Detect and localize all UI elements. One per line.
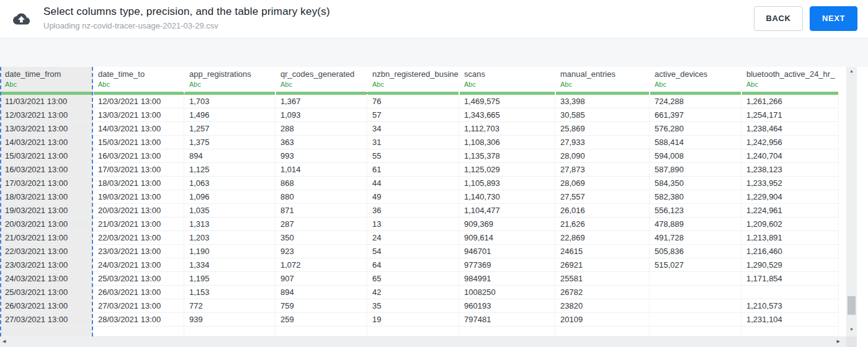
table-cell[interactable]: 19/03/2021 13:00 bbox=[0, 204, 93, 217]
table-cell[interactable]: 31 bbox=[367, 136, 459, 149]
table-cell[interactable]: 20109 bbox=[555, 313, 650, 327]
table-cell[interactable]: 42 bbox=[367, 286, 459, 299]
table-cell[interactable]: 363 bbox=[275, 136, 367, 149]
table-cell[interactable]: 19 bbox=[367, 313, 459, 327]
table-cell[interactable]: 26921 bbox=[555, 258, 650, 272]
scroll-left-icon[interactable]: ◀ bbox=[2, 339, 6, 344]
table-cell[interactable]: 661,397 bbox=[650, 108, 741, 122]
table-cell[interactable]: 1,209,602 bbox=[741, 217, 839, 231]
column-header-manual_entries[interactable]: manual_entriesAbc bbox=[555, 67, 650, 92]
table-cell[interactable]: 1,072 bbox=[275, 258, 367, 272]
table-cell[interactable]: 25/03/2021 13:00 bbox=[0, 286, 93, 299]
table-cell[interactable]: 909,369 bbox=[459, 217, 555, 231]
vertical-scrollbar-thumb[interactable] bbox=[848, 296, 856, 315]
scroll-right-icon[interactable]: ▶ bbox=[837, 339, 840, 344]
table-cell[interactable]: 1,063 bbox=[184, 177, 275, 190]
table-cell[interactable]: 894 bbox=[275, 286, 367, 299]
column-header-date_time_to[interactable]: date_time_toAbc bbox=[93, 67, 184, 92]
table-cell[interactable]: 18/03/2021 13:00 bbox=[93, 177, 184, 190]
table-cell[interactable]: 14/03/2021 13:00 bbox=[93, 122, 184, 136]
column-header-scans[interactable]: scansAbc bbox=[459, 67, 555, 92]
table-cell[interactable]: 868 bbox=[275, 177, 367, 190]
table-cell[interactable]: 1,125,029 bbox=[459, 163, 555, 177]
table-cell[interactable]: 1,125 bbox=[184, 163, 275, 177]
table-cell[interactable]: 1,238,123 bbox=[741, 163, 839, 177]
table-cell[interactable]: 1,254,171 bbox=[741, 108, 839, 122]
table-cell[interactable]: 15/03/2021 13:00 bbox=[93, 136, 184, 149]
table-cell[interactable]: 478,889 bbox=[650, 217, 741, 231]
table-cell[interactable]: 1,104,477 bbox=[459, 204, 555, 217]
table-cell[interactable]: 33,398 bbox=[555, 95, 650, 108]
table-cell[interactable]: 17/03/2021 13:00 bbox=[0, 177, 93, 190]
table-cell[interactable]: 1,375 bbox=[184, 136, 275, 149]
table-cell[interactable]: 584,350 bbox=[650, 177, 741, 190]
table-cell[interactable]: 36 bbox=[367, 204, 459, 217]
table-cell[interactable]: 993 bbox=[275, 149, 367, 163]
table-cell[interactable]: 1,135,378 bbox=[459, 149, 555, 163]
table-cell[interactable]: 724,288 bbox=[650, 95, 741, 108]
table-cell[interactable]: 1,240,704 bbox=[741, 149, 839, 163]
table-cell[interactable]: 18/03/2021 13:00 bbox=[0, 190, 93, 204]
table-cell[interactable]: 1,261,266 bbox=[741, 95, 839, 108]
table-cell[interactable]: 1,195 bbox=[184, 272, 275, 286]
table-cell[interactable]: 76 bbox=[367, 95, 459, 108]
table-cell[interactable]: 977369 bbox=[459, 258, 555, 272]
table-cell[interactable]: 350 bbox=[275, 231, 367, 245]
table-cell[interactable]: 27,933 bbox=[555, 136, 650, 149]
table-cell[interactable]: 25/03/2021 13:00 bbox=[93, 272, 184, 286]
table-cell[interactable]: 19/03/2021 13:00 bbox=[93, 190, 184, 204]
table-cell[interactable]: 923 bbox=[275, 245, 367, 258]
table-cell[interactable]: 1,290,529 bbox=[741, 258, 839, 272]
table-cell[interactable]: 24 bbox=[367, 231, 459, 245]
table-cell[interactable]: 1,153 bbox=[184, 286, 275, 299]
table-cell[interactable]: 20/03/2021 13:00 bbox=[93, 204, 184, 217]
table-cell[interactable]: 871 bbox=[275, 204, 367, 217]
table-cell[interactable]: 1,093 bbox=[275, 108, 367, 122]
table-cell[interactable]: 1,096 bbox=[184, 190, 275, 204]
table-cell[interactable]: 1,313 bbox=[184, 217, 275, 231]
table-cell[interactable]: 1,105,893 bbox=[459, 177, 555, 190]
table-cell[interactable]: 13 bbox=[367, 217, 459, 231]
table-cell[interactable]: 21/03/2021 13:00 bbox=[93, 217, 184, 231]
scroll-down-icon[interactable]: ▼ bbox=[846, 327, 857, 332]
table-cell[interactable]: 1,469,575 bbox=[459, 95, 555, 108]
table-cell[interactable]: 1,343,665 bbox=[459, 108, 555, 122]
table-cell[interactable]: 556,123 bbox=[650, 204, 741, 217]
table-cell[interactable]: 23/03/2021 13:00 bbox=[93, 245, 184, 258]
column-header-qr_codes_generated[interactable]: qr_codes_generatedAbc bbox=[275, 67, 367, 92]
table-cell[interactable]: 259 bbox=[275, 313, 367, 327]
table-cell[interactable]: 1,703 bbox=[184, 95, 275, 108]
table-cell[interactable]: 27/03/2021 13:00 bbox=[0, 313, 93, 327]
table-cell[interactable] bbox=[650, 299, 741, 313]
table-cell[interactable] bbox=[741, 286, 839, 299]
table-cell[interactable]: 880 bbox=[275, 190, 367, 204]
table-cell[interactable]: 1,231,104 bbox=[741, 313, 839, 327]
table-cell[interactable]: 24/03/2021 13:00 bbox=[0, 272, 93, 286]
table-cell[interactable]: 1,014 bbox=[275, 163, 367, 177]
table-cell[interactable]: 939 bbox=[184, 313, 275, 327]
vertical-scrollbar[interactable]: ▲ ▼ bbox=[846, 67, 857, 336]
table-cell[interactable]: 1,140,730 bbox=[459, 190, 555, 204]
table-cell[interactable]: 1,367 bbox=[275, 95, 367, 108]
table-cell[interactable]: 582,380 bbox=[650, 190, 741, 204]
table-cell[interactable]: 505,836 bbox=[650, 245, 741, 258]
table-cell[interactable]: 35 bbox=[367, 299, 459, 313]
table-cell[interactable]: 28,090 bbox=[555, 149, 650, 163]
table-cell[interactable]: 13/03/2021 13:00 bbox=[93, 108, 184, 122]
table-cell[interactable]: 1,171,854 bbox=[741, 272, 839, 286]
table-cell[interactable]: 576,280 bbox=[650, 122, 741, 136]
table-cell[interactable]: 49 bbox=[367, 190, 459, 204]
table-cell[interactable]: 491,728 bbox=[650, 231, 741, 245]
table-cell[interactable]: 1,203 bbox=[184, 231, 275, 245]
table-cell[interactable]: 1,112,703 bbox=[459, 122, 555, 136]
table-cell[interactable]: 27,873 bbox=[555, 163, 650, 177]
table-cell[interactable] bbox=[650, 286, 741, 299]
table-cell[interactable]: 15/03/2021 13:00 bbox=[0, 149, 93, 163]
table-cell[interactable]: 24/03/2021 13:00 bbox=[93, 258, 184, 272]
column-header-app_registrations[interactable]: app_registrationsAbc bbox=[184, 67, 275, 92]
table-cell[interactable]: 22/03/2021 13:00 bbox=[0, 245, 93, 258]
column-header-date_time_from[interactable]: date_time_fromAbc bbox=[0, 67, 93, 92]
table-cell[interactable]: 64 bbox=[367, 258, 459, 272]
table-cell[interactable]: 1,108,306 bbox=[459, 136, 555, 149]
table-cell[interactable]: 907 bbox=[275, 272, 367, 286]
